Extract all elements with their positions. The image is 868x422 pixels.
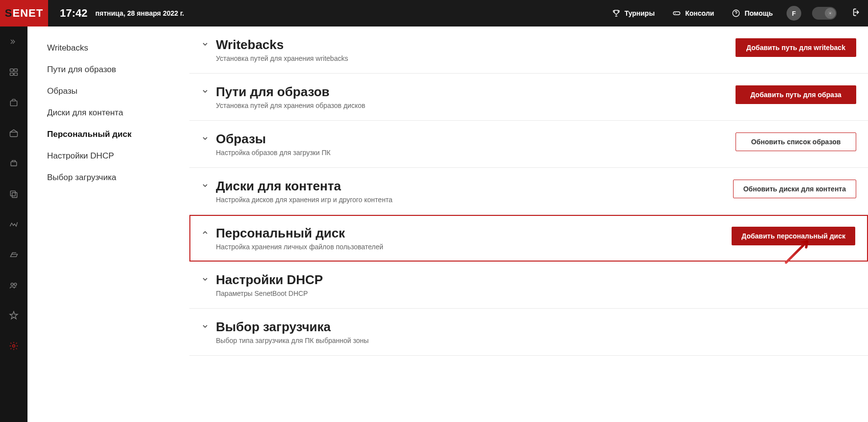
section-3: Диски для контентаНастройка дисков для х…	[189, 168, 868, 215]
sub-navigation: WritebacksПути для образовОбразыДиски дл…	[27, 26, 189, 356]
subnav-item-3[interactable]: Диски для контента	[27, 102, 189, 124]
top-tournaments-label: Турниры	[625, 9, 655, 17]
section-title: Образы	[216, 132, 736, 147]
clock-date: пятница, 28 января 2022 г.	[95, 9, 184, 17]
svg-rect-4	[10, 73, 14, 76]
svg-point-11	[14, 283, 17, 286]
section-body: Диски для контентаНастройка дисков для х…	[216, 179, 733, 204]
svg-point-10	[11, 283, 13, 286]
section-subtitle: Параметры SenetBoot DHCP	[216, 290, 856, 297]
left-sidebar	[0, 26, 27, 356]
section-title: Выбор загрузчика	[216, 319, 856, 335]
clock-time: 17:42	[60, 7, 87, 20]
chevron-down-icon[interactable]	[198, 134, 212, 142]
topbar: SENET 17:42 пятница, 28 января 2022 г. Т…	[0, 0, 868, 26]
top-consoles-label: Консоли	[685, 9, 714, 17]
logout-button[interactable]	[842, 7, 868, 19]
section-action: Добавить путь для образа	[736, 85, 856, 104]
chevron-down-icon[interactable]	[198, 322, 212, 330]
logout-icon	[850, 7, 860, 17]
section-body: Персональный дискНастройка хранения личн…	[216, 226, 732, 251]
svg-rect-5	[14, 73, 18, 76]
svg-rect-2	[10, 69, 14, 71]
sidebar-item-1[interactable]	[0, 57, 27, 87]
sidebar-item-9[interactable]	[0, 300, 27, 331]
sidebar-item-2[interactable]	[0, 87, 27, 118]
section-body: ОбразыНастройка образов для загрузки ПК	[216, 132, 736, 157]
section-body: WritebacksУстановка путей для хранения w…	[216, 37, 736, 62]
section-subtitle: Выбор типа загрузчика для ПК выбранной з…	[216, 337, 856, 344]
section-body: Пути для образовУстановка путей для хран…	[216, 84, 736, 109]
section-subtitle: Установка путей для хранения образов дис…	[216, 102, 736, 109]
main-content: WritebacksУстановка путей для хранения w…	[189, 26, 868, 356]
chevron-up-icon[interactable]	[198, 229, 212, 237]
svg-rect-8	[10, 191, 15, 196]
help-icon	[732, 9, 740, 18]
section-title: Пути для образов	[216, 84, 736, 100]
sidebar-item-4[interactable]	[0, 148, 27, 179]
section-2: ОбразыНастройка образов для загрузки ПКО…	[189, 121, 868, 168]
section-action: Обновить диски для контента	[733, 180, 856, 198]
section-1: Пути для образовУстановка путей для хран…	[189, 74, 868, 121]
section-title: Настройки DHCP	[216, 272, 856, 288]
subnav-item-0[interactable]: Writebacks	[27, 37, 189, 59]
section-action: Добавить персональный диск	[732, 227, 855, 245]
section-button-2[interactable]: Обновить список образов	[736, 132, 856, 151]
chevron-down-icon[interactable]	[198, 275, 212, 283]
svg-rect-0	[674, 12, 681, 15]
section-title: Writebacks	[216, 37, 736, 53]
chevron-down-icon[interactable]	[198, 182, 212, 189]
svg-point-12	[13, 345, 15, 347]
gamepad-icon	[672, 9, 681, 18]
svg-rect-6	[10, 101, 17, 106]
section-5: Настройки DHCPПараметры SenetBoot DHCP	[189, 262, 868, 309]
section-button-1[interactable]: Добавить путь для образа	[736, 85, 856, 104]
section-body: Выбор загрузчикаВыбор типа загрузчика дл…	[216, 319, 856, 344]
section-action: Добавить путь для writeback	[736, 38, 856, 57]
svg-rect-3	[14, 69, 18, 71]
chevron-down-icon[interactable]	[198, 40, 212, 48]
sidebar-item-8[interactable]	[0, 270, 27, 300]
section-4: Персональный дискНастройка хранения личн…	[189, 215, 868, 262]
top-tournaments[interactable]: Турниры	[603, 0, 664, 26]
top-help[interactable]: Помощь	[723, 0, 782, 26]
section-subtitle: Настройка дисков для хранения игр и друг…	[216, 196, 733, 204]
section-subtitle: Установка путей для хранения writebacks	[216, 54, 736, 62]
section-action: Обновить список образов	[736, 132, 856, 151]
section-6: Выбор загрузчикаВыбор типа загрузчика дл…	[189, 309, 868, 356]
brand-logo[interactable]: SENET	[0, 0, 48, 26]
section-button-0[interactable]: Добавить путь для writeback	[736, 38, 856, 57]
sidebar-item-3[interactable]	[0, 118, 27, 148]
sidebar-item-5[interactable]	[0, 179, 27, 209]
section-button-4[interactable]: Добавить персональный диск	[732, 227, 855, 245]
avatar-letter: F	[792, 10, 796, 17]
section-body: Настройки DHCPПараметры SenetBoot DHCP	[216, 272, 856, 297]
chevron-down-icon[interactable]	[198, 87, 212, 95]
sidebar-item-7[interactable]	[0, 239, 27, 270]
section-title: Персональный диск	[216, 226, 732, 241]
subnav-item-2[interactable]: Образы	[27, 80, 189, 102]
top-help-label: Помощь	[744, 9, 773, 17]
subnav-item-6[interactable]: Выбор загрузчика	[27, 167, 189, 188]
svg-rect-7	[11, 162, 17, 166]
section-title: Диски для контента	[216, 179, 733, 194]
theme-toggle[interactable]	[812, 7, 837, 20]
subnav-item-4[interactable]: Персональный диск	[27, 124, 189, 145]
section-button-3[interactable]: Обновить диски для контента	[733, 180, 856, 198]
subnav-item-5[interactable]: Настройки DHCP	[27, 145, 189, 167]
top-consoles[interactable]: Консоли	[663, 0, 723, 26]
trophy-icon	[612, 9, 621, 18]
sidebar-item-6[interactable]	[0, 209, 27, 239]
section-subtitle: Настройка образов для загрузки ПК	[216, 149, 736, 157]
svg-rect-9	[12, 193, 17, 198]
toggle-knob	[825, 8, 836, 19]
sidebar-item-settings[interactable]	[0, 331, 27, 356]
sidebar-expand[interactable]	[0, 26, 27, 57]
avatar[interactable]: F	[787, 6, 801, 21]
section-0: WritebacksУстановка путей для хранения w…	[189, 26, 868, 74]
section-subtitle: Настройка хранения личных файлов пользов…	[216, 243, 732, 251]
subnav-item-1[interactable]: Пути для образов	[27, 59, 189, 80]
